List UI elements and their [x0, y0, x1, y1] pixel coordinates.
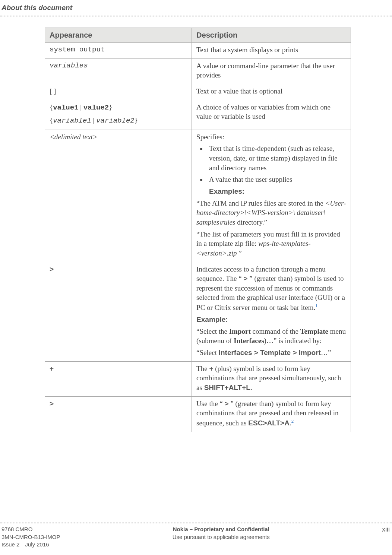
pipe-sep: | — [79, 103, 83, 111]
issue-date: Issue 2 July 2016 — [1, 541, 60, 548]
plus-symbol: + — [209, 365, 213, 372]
example-1: “The ATM and IP rules files are stored i… — [196, 199, 346, 227]
proprietary-line: Nokia – Proprietary and Confidential — [173, 526, 270, 533]
divider-top — [0, 16, 392, 16]
description-cell: A choice of values or variables from whi… — [192, 100, 351, 130]
appearance-cell: system output — [45, 43, 192, 59]
key-sequence: ESC>ALT>A — [248, 419, 290, 427]
text: directory.” — [235, 218, 267, 226]
description-cell: Indicates access to a function through a… — [192, 262, 351, 361]
page-header: About this document — [0, 0, 392, 14]
text: “Select the — [196, 327, 229, 335]
desc-para: Indicates access to a function through a… — [196, 264, 346, 313]
appearance-cell: > — [45, 396, 192, 432]
examples-label: Examples: — [209, 187, 346, 196]
delimited-text: delimited text — [54, 133, 93, 141]
table-row: > Use the “ > ” (greater than) symbol to… — [45, 396, 351, 432]
pipe-sep: | — [91, 116, 96, 124]
col-header-appearance: Appearance — [45, 28, 192, 43]
table-row: + The + (plus) symbol is used to form ke… — [45, 361, 351, 396]
angle-close: > — [93, 133, 98, 141]
list-item: Text that is time-dependent (such as rel… — [207, 144, 346, 172]
description-cell: Text or a value that is optional — [192, 84, 351, 100]
text: )…” is indicated by: — [264, 337, 322, 345]
example-menu-path: “Select Interfaces > Template > Import…” — [196, 348, 346, 358]
page-footer: 9768 CMRO 3MN-CMRO-B13-IMOP Issue 2 July… — [0, 523, 392, 548]
page-number: xiii — [382, 526, 390, 548]
appearance-cell: + — [45, 361, 192, 396]
conventions-table-wrap: Appearance Description system output Tex… — [45, 28, 351, 432]
appearance-cell: variables — [45, 58, 192, 84]
agreements-line: Use pursuant to applicable agreements — [173, 533, 270, 541]
table-row: variables A value or command-line parame… — [45, 58, 351, 84]
brace-open: { — [50, 103, 53, 111]
example-sentence: “Select the Import command of the Templa… — [196, 327, 346, 346]
text: command of the — [251, 327, 300, 335]
bullet-list: Text that is time-dependent (such as rel… — [207, 144, 346, 196]
table-row: > Indicates access to a function through… — [45, 262, 351, 361]
footnote-ref-2[interactable]: 2 — [291, 418, 294, 424]
text: The — [196, 365, 209, 372]
footer-center: Nokia – Proprietary and Confidential Use… — [173, 526, 270, 548]
appearance-cell: > — [45, 262, 192, 361]
appearance-cell: [ ] — [45, 84, 192, 100]
divider-bottom — [0, 523, 392, 523]
value1: value1 — [53, 104, 78, 112]
text: Use the “ — [196, 400, 224, 407]
table-header-row: Appearance Description — [45, 28, 351, 43]
col-header-description: Description — [192, 28, 351, 43]
brace-open: { — [50, 116, 53, 124]
description-cell: Text that a system displays or prints — [192, 43, 351, 59]
value2: value2 — [83, 104, 109, 112]
text: . — [250, 384, 252, 391]
footnote-ref-1[interactable]: 1 — [315, 303, 318, 308]
variable2: variable2 — [96, 117, 135, 125]
table-row: <delimited text> Specifies: Text that is… — [45, 130, 351, 262]
doc-number: 9768 CMRO — [1, 526, 60, 533]
text: ” — [237, 249, 242, 257]
conventions-table: Appearance Description system output Tex… — [45, 28, 351, 432]
list-item: A value that the user supplies Examples: — [207, 175, 346, 196]
menu-path: Interfaces > Template > Import — [219, 349, 321, 356]
table-row: [ ] Text or a value that is optional — [45, 84, 351, 100]
gt-symbol: > — [225, 400, 229, 407]
brace-close: } — [135, 116, 138, 124]
doc-code: 3MN-CMRO-B13-IMOP — [1, 533, 60, 541]
gt-symbol: > — [243, 275, 247, 282]
description-cell: Specifies: Text that is time-dependent (… — [192, 130, 351, 262]
appearance-cell: <delimited text> — [45, 130, 192, 262]
bullet-text: A value that the user supplies — [209, 175, 346, 184]
key-combo: SHIFT+ALT+L — [204, 384, 250, 391]
variable1: variable1 — [53, 117, 91, 125]
appearance-cell: {value1 | value2} {variable1 | variable2… — [45, 100, 192, 130]
text: “The ATM and IP rules files are stored i… — [196, 199, 325, 207]
bold-interfaces: Interfaces — [234, 337, 264, 345]
description-cell: Use the “ > ” (greater than) symbol to f… — [192, 396, 351, 432]
angle-open: < — [50, 133, 54, 141]
brace-close: } — [109, 103, 112, 111]
example-2: “The list of parameters you must fill in… — [196, 229, 346, 258]
text: …” — [321, 349, 331, 356]
footer-left: 9768 CMRO 3MN-CMRO-B13-IMOP Issue 2 July… — [1, 526, 60, 548]
bold-import: Import — [229, 327, 251, 335]
example-label: Example: — [196, 315, 346, 324]
table-row: {value1 | value2} {variable1 | variable2… — [45, 100, 351, 130]
table-row: system output Text that a system display… — [45, 43, 351, 59]
description-cell: A value or command-line parameter that t… — [192, 58, 351, 84]
bold-template: Template — [300, 327, 328, 335]
text: “Select — [196, 349, 219, 356]
specifies-label: Specifies: — [196, 132, 346, 142]
description-cell: The + (plus) symbol is used to form key … — [192, 361, 351, 396]
